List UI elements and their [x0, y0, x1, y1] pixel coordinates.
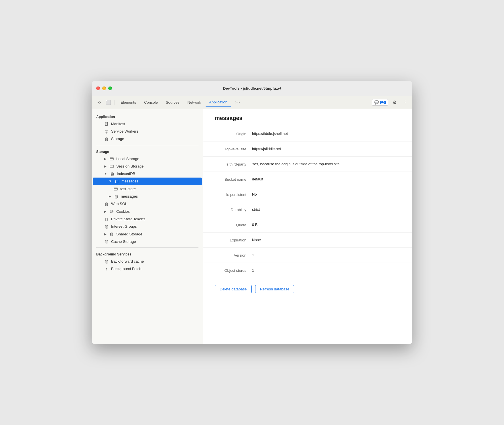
- svg-point-20: [111, 211, 111, 212]
- sidebar-item-service-workers[interactable]: Service Workers: [93, 127, 202, 135]
- private-state-icon: [104, 217, 109, 221]
- storage-app-label: Storage: [111, 137, 124, 141]
- tab-more[interactable]: >>: [232, 99, 243, 107]
- messages-db-icon: [115, 179, 119, 184]
- chevron-shared-icon: ▶: [104, 233, 107, 236]
- svg-point-25: [111, 233, 113, 234]
- tab-application[interactable]: Application: [206, 99, 231, 107]
- tab-network[interactable]: Network: [184, 99, 205, 107]
- session-storage-label: Session Storage: [116, 164, 143, 168]
- chevron-down-active-icon: ▼: [109, 180, 112, 183]
- tab-elements[interactable]: Elements: [117, 99, 139, 107]
- maximize-button[interactable]: [108, 86, 112, 90]
- detail-row: ExpirationNone: [203, 233, 412, 248]
- indexeddb-icon: [110, 171, 115, 176]
- detail-value: None: [252, 238, 261, 242]
- content-actions: Delete database Refresh database: [203, 278, 412, 300]
- sidebar-item-cookies[interactable]: ▶ Cookies: [93, 208, 202, 215]
- detail-value: 0 B: [252, 223, 258, 227]
- main-layout: Application Manifest: [92, 109, 412, 344]
- manifest-label: Manifest: [111, 122, 125, 126]
- svg-point-22: [111, 212, 112, 213]
- sidebar-item-messages-2[interactable]: ▶ messages: [93, 192, 202, 200]
- sidebar-item-interest-groups[interactable]: Interest Groups: [93, 223, 202, 230]
- toolbar-separator: [115, 100, 115, 105]
- sidebar-item-manifest[interactable]: Manifest: [93, 120, 202, 127]
- select-tool-icon[interactable]: ⊹: [95, 99, 103, 107]
- sidebar-item-private-state-tokens[interactable]: Private State Tokens: [93, 215, 202, 223]
- sidebar-item-test-store[interactable]: test-store: [93, 185, 202, 192]
- settings-icon[interactable]: ⚙: [391, 99, 399, 107]
- svg-rect-6: [110, 158, 113, 160]
- delete-database-button[interactable]: Delete database: [215, 285, 252, 293]
- chevron-right-2-icon: ▶: [109, 195, 111, 198]
- detail-row: Top-level sitehttps://jsfiddle.net: [203, 141, 412, 157]
- minimize-button[interactable]: [102, 86, 106, 90]
- detail-value: default: [252, 177, 263, 181]
- tab-sources[interactable]: Sources: [162, 99, 183, 107]
- toolbar: ⊹ ⬜ Elements Console Sources Network App…: [92, 96, 412, 109]
- section-background: Background Services: [92, 250, 203, 257]
- svg-point-26: [105, 240, 108, 241]
- device-toggle-icon[interactable]: ⬜: [104, 99, 112, 107]
- detail-label: Top-level site: [215, 147, 252, 151]
- chevron-right-icon: ▶: [104, 165, 107, 168]
- detail-label: Object stores: [215, 268, 252, 273]
- detail-label: Origin: [215, 131, 252, 136]
- more-options-icon[interactable]: ⋮: [401, 99, 409, 107]
- detail-row: Version1: [203, 248, 412, 263]
- detail-label: Quota: [215, 223, 252, 227]
- svg-point-19: [110, 210, 113, 213]
- svg-point-18: [105, 203, 108, 204]
- detail-value: 1: [252, 253, 254, 257]
- detail-row: Quota0 B: [203, 217, 412, 233]
- sidebar-item-local-storage[interactable]: ▶ Local Storage: [93, 155, 202, 162]
- detail-label: Version: [215, 253, 252, 257]
- private-state-tokens-label: Private State Tokens: [111, 217, 145, 221]
- close-button[interactable]: [96, 86, 100, 90]
- sidebar-item-back-forward-cache[interactable]: Back/forward cache: [93, 257, 202, 265]
- divider-2: [96, 247, 198, 248]
- svg-point-4: [106, 131, 107, 132]
- issues-count: 10: [380, 101, 386, 104]
- cache-storage-icon: [104, 239, 109, 244]
- chevron-cookies-icon: ▶: [104, 210, 107, 213]
- traffic-lights: [96, 86, 112, 90]
- svg-point-21: [112, 211, 113, 212]
- detail-value: https://fiddle.jshell.net: [252, 131, 288, 136]
- cache-storage-label: Cache Storage: [111, 239, 136, 244]
- detail-value: 1: [252, 268, 254, 272]
- svg-point-24: [105, 225, 108, 227]
- content-panel: messages Originhttps://fiddle.jshell.net…: [203, 109, 412, 344]
- detail-label: Is third-party: [215, 162, 252, 166]
- storage-icon: [104, 137, 109, 141]
- test-store-icon: [113, 186, 118, 191]
- toolbar-right: 💬 10 ⚙ ⋮: [372, 99, 409, 107]
- local-storage-icon: [109, 156, 114, 161]
- chevron-right-icon: ▶: [104, 157, 107, 160]
- sidebar-item-shared-storage[interactable]: ▶ Shared Storage: [93, 230, 202, 238]
- sidebar-item-messages[interactable]: ▼ messages: [93, 178, 202, 185]
- issues-badge-button[interactable]: 💬 10: [372, 99, 388, 106]
- cookies-label: Cookies: [116, 209, 130, 214]
- svg-point-27: [105, 260, 108, 261]
- detail-label: Expiration: [215, 238, 252, 242]
- test-store-label: test-store: [120, 187, 136, 191]
- sidebar-item-indexeddb[interactable]: ▼ IndexedDB: [93, 170, 202, 177]
- detail-row: Originhttps://fiddle.jshell.net: [203, 126, 412, 141]
- sidebar-item-session-storage[interactable]: ▶ Session Storage: [93, 162, 202, 170]
- sidebar-item-storage-app[interactable]: Storage: [93, 135, 202, 143]
- gear-icon: [104, 129, 109, 133]
- messages2-label: messages: [121, 194, 138, 198]
- sidebar-item-background-fetch[interactable]: ↕ Background Fetch: [93, 265, 202, 273]
- tab-console[interactable]: Console: [141, 99, 161, 107]
- sidebar-item-websql[interactable]: Web SQL: [93, 200, 202, 208]
- session-storage-icon: [109, 164, 114, 168]
- refresh-database-button[interactable]: Refresh database: [255, 285, 294, 293]
- detail-row: Is persistentNo: [203, 187, 412, 202]
- detail-row: Object stores1: [203, 263, 412, 278]
- websql-label: Web SQL: [111, 202, 127, 206]
- svg-point-13: [116, 180, 118, 181]
- cookies-icon: [109, 209, 114, 214]
- sidebar-item-cache-storage[interactable]: Cache Storage: [93, 238, 202, 245]
